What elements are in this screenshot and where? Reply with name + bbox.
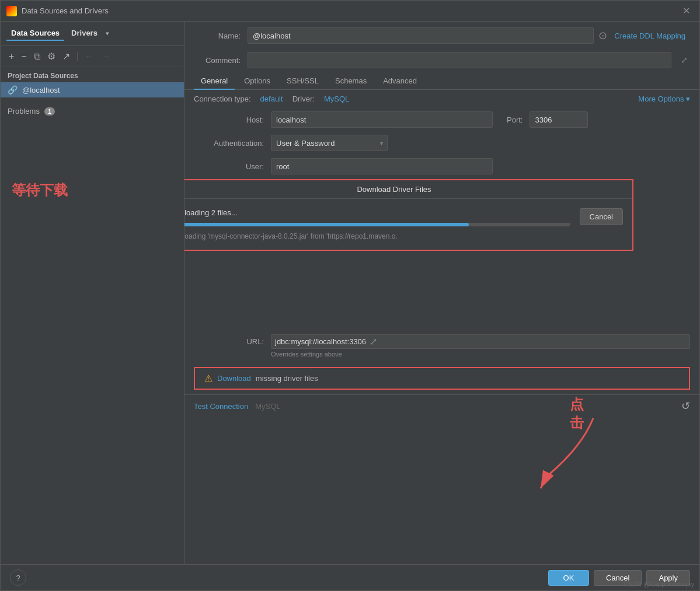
url-override-text: Overrides settings above	[194, 351, 690, 358]
url-label: URL:	[194, 337, 264, 346]
comment-row: Comment: ⤢	[184, 47, 699, 73]
host-label: Host:	[194, 116, 264, 124]
progress-bar-background	[184, 223, 570, 226]
warning-text: missing driver files	[256, 374, 318, 383]
remove-button[interactable]: −	[19, 50, 29, 63]
url-row: URL: jdbc:mysql://localhost:3306 ⤢	[194, 334, 690, 349]
comment-input[interactable]	[248, 52, 671, 68]
comment-label: Comment:	[194, 56, 241, 65]
dialog-title: Download Driver Files	[184, 180, 632, 199]
connection-type-value[interactable]: default	[260, 95, 283, 103]
main-window: Data Sources and Drivers ✕ Data Sources …	[0, 0, 700, 591]
tab-sshssl[interactable]: SSH/SSL	[280, 73, 326, 90]
problems-badge: 1	[44, 107, 55, 116]
user-input[interactable]	[271, 158, 493, 174]
right-panel: Name: ⊙ Create DDL Mapping Comment: ⤢ Ge…	[184, 22, 699, 564]
problems-section: Problems 1	[1, 107, 184, 116]
sidebar-header: Data Sources Drivers ▾	[1, 22, 184, 46]
comment-expand-button[interactable]: ⤢	[678, 55, 690, 65]
user-label: User:	[194, 162, 264, 171]
sidebar: Data Sources Drivers ▾ + − ⧉ ⚙ ↗ ← → Pro…	[1, 22, 184, 564]
auth-select-wrapper: User & Password No auth pgpass ▾	[271, 135, 388, 151]
url-section: URL: jdbc:mysql://localhost:3306 ⤢ Overr…	[184, 330, 699, 362]
tabs-bar: General Options SSH/SSL Schemas Advanced	[184, 73, 699, 90]
more-options[interactable]: More Options ▾	[638, 95, 690, 103]
back-button[interactable]: ←	[82, 50, 96, 63]
conn-info-row: Connection type: default Driver: MySQL M…	[184, 90, 699, 108]
global-bottom-bar: ? OK Cancel Apply	[1, 564, 699, 590]
forward-button[interactable]: →	[99, 50, 113, 63]
sidebar-item-localhost[interactable]: 🔗 @localhost	[1, 82, 184, 97]
problems-label: Problems 1	[8, 107, 177, 116]
db-type-label: MySQL	[255, 402, 280, 411]
tab-options[interactable]: Options	[237, 73, 277, 90]
sidebar-dropdown[interactable]: ▾	[106, 30, 109, 37]
window-title: Data Sources and Drivers	[22, 6, 679, 15]
ok-button[interactable]: OK	[548, 570, 589, 586]
create-ddl-link[interactable]: Create DDL Mapping	[614, 32, 690, 40]
host-input[interactable]	[271, 111, 493, 128]
bottom-action-bar: Test Connection MySQL ↺	[184, 394, 699, 417]
name-label: Name:	[194, 32, 241, 40]
copy-button[interactable]: ⧉	[32, 50, 43, 63]
problems-text: Problems	[8, 107, 40, 116]
refresh-button[interactable]: ↺	[681, 400, 690, 412]
database-icon: 🔗	[8, 85, 18, 95]
user-row: User:	[184, 155, 699, 178]
name-input-container: ⊙	[248, 27, 607, 44]
name-expand-button[interactable]: ⊙	[598, 29, 607, 42]
download-link[interactable]: Download	[217, 374, 251, 383]
dialog-cancel-button[interactable]: Cancel	[580, 208, 623, 225]
downloading-detail: Downloading 'mysql-connector-java-8.0.25…	[184, 232, 570, 240]
test-connection-button[interactable]: Test Connection	[194, 402, 248, 411]
progress-bar-fill	[184, 223, 469, 226]
help-button[interactable]: ?	[10, 569, 26, 586]
port-label: Port:	[507, 116, 523, 124]
content-area: Data Sources Drivers ▾ + − ⧉ ⚙ ↗ ← → Pro…	[1, 22, 699, 564]
watermark: CSDN @Cappuccino-jay	[624, 580, 694, 587]
name-row: Name: ⊙ Create DDL Mapping	[184, 22, 699, 47]
close-button[interactable]: ✕	[679, 4, 694, 18]
port-input[interactable]	[530, 111, 588, 128]
settings-button[interactable]: ⚙	[45, 50, 58, 63]
warning-icon: ⚠	[204, 373, 213, 384]
download-dialog: Download Driver Files Downloading 2 file…	[184, 179, 633, 251]
sidebar-toolbar: + − ⧉ ⚙ ↗ ← →	[1, 46, 184, 67]
tab-schemas[interactable]: Schemas	[328, 73, 374, 90]
url-input-container: jdbc:mysql://localhost:3306 ⤢	[271, 334, 690, 349]
url-value: jdbc:mysql://localhost:3306	[275, 337, 366, 346]
driver-value[interactable]: MySQL	[324, 95, 349, 103]
toolbar-separator	[77, 52, 78, 61]
annotation-waiting: 等待下载	[12, 181, 68, 200]
name-input[interactable]	[248, 27, 594, 44]
connection-type-label: Connection type:	[194, 95, 251, 103]
annotation-arrow	[511, 412, 605, 494]
export-button[interactable]: ↗	[60, 50, 72, 63]
tab-drivers[interactable]: Drivers	[67, 26, 102, 41]
url-expand-button[interactable]: ⤢	[370, 336, 377, 347]
warning-bar: ⚠ Download missing driver files	[194, 367, 690, 390]
host-row: Host: Port:	[184, 108, 699, 131]
dialog-body: Downloading 2 files... Downloading 'mysq…	[184, 199, 632, 250]
sidebar-item-label: @localhost	[22, 86, 60, 95]
titlebar: Data Sources and Drivers ✕	[1, 1, 699, 22]
add-button[interactable]: +	[6, 50, 16, 63]
tab-general[interactable]: General	[194, 73, 235, 90]
app-icon	[6, 6, 17, 16]
dialog-info: Downloading 2 files... Downloading 'mysq…	[184, 208, 570, 240]
driver-label: Driver:	[292, 95, 315, 103]
auth-label: Authentication:	[194, 139, 264, 148]
auth-select[interactable]: User & Password No auth pgpass	[271, 135, 388, 151]
tab-datasources[interactable]: Data Sources	[6, 26, 64, 41]
auth-row: Authentication: User & Password No auth …	[184, 131, 699, 155]
project-section-label: Project Data Sources	[1, 67, 184, 82]
tab-advanced[interactable]: Advanced	[376, 73, 424, 90]
downloading-label: Downloading 2 files...	[184, 208, 570, 217]
